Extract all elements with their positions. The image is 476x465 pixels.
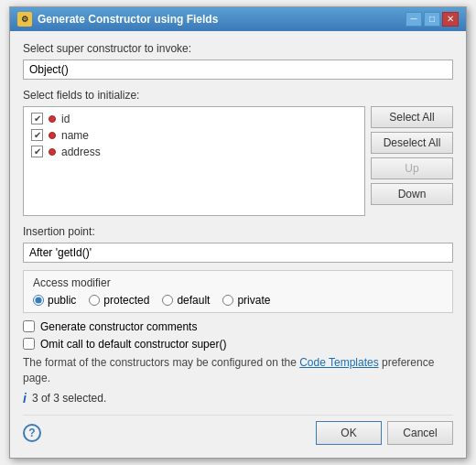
field-dot-address <box>49 148 56 156</box>
field-name-name: name <box>61 129 89 142</box>
insertion-dropdown[interactable]: After 'getId()' <box>23 243 453 263</box>
info-text-before: The format of the constructors may be co… <box>23 356 297 369</box>
omit-call-row: Omit call to default constructor super() <box>23 338 453 351</box>
status-row: i 3 of 3 selected. <box>23 391 453 406</box>
radio-label-private: private <box>237 294 270 307</box>
generate-comments-label: Generate constructor comments <box>40 320 197 333</box>
cancel-button[interactable]: Cancel <box>387 421 453 445</box>
radio-label-default: default <box>177 294 210 307</box>
status-icon: i <box>23 391 27 406</box>
radio-group: public protected default private <box>33 294 443 307</box>
field-name-id: id <box>61 113 70 125</box>
radio-input-protected[interactable] <box>89 295 100 306</box>
generate-comments-checkbox[interactable] <box>23 320 35 332</box>
field-checkbox-id[interactable]: ✔ <box>31 113 43 124</box>
omit-call-checkbox[interactable] <box>23 338 35 350</box>
field-item-name[interactable]: ✔ name <box>27 127 361 144</box>
access-modifier-title: Access modifier <box>33 276 443 289</box>
up-button[interactable]: Up <box>371 157 453 179</box>
fields-label: Select fields to initialize: <box>23 89 453 102</box>
radio-default[interactable]: default <box>162 294 210 307</box>
radio-label-protected: protected <box>103 294 149 307</box>
omit-call-label: Omit call to default constructor super() <box>40 338 226 351</box>
title-bar: ⚙ Generate Constructor using Fields ─ □ … <box>10 7 466 31</box>
dialog-icon: ⚙ <box>17 12 32 27</box>
dialog-content: Select super constructor to invoke: Obje… <box>10 31 466 459</box>
insertion-section: Insertion point: After 'getId()' <box>23 225 453 263</box>
deselect-all-button[interactable]: Deselect All <box>371 132 453 154</box>
insertion-label: Insertion point: <box>23 225 453 238</box>
status-text: 3 of 3 selected. <box>32 392 106 405</box>
access-modifier-section: Access modifier public protected default… <box>23 270 453 313</box>
field-dot-name <box>49 132 56 139</box>
radio-protected[interactable]: protected <box>89 294 149 307</box>
field-item-id[interactable]: ✔ id <box>27 111 361 127</box>
side-buttons: Select All Deselect All Up Down <box>371 106 453 216</box>
radio-public[interactable]: public <box>33 294 76 307</box>
help-button[interactable]: ? <box>23 424 41 442</box>
footer: ? OK Cancel <box>23 415 453 447</box>
fields-list: ✔ id ✔ name ✔ address <box>23 106 365 216</box>
radio-input-private[interactable] <box>222 295 233 306</box>
info-text: The format of the constructors may be co… <box>23 355 453 386</box>
radio-label-public: public <box>48 294 76 307</box>
radio-input-public[interactable] <box>33 295 44 306</box>
ok-button[interactable]: OK <box>316 421 382 445</box>
dialog: ⚙ Generate Constructor using Fields ─ □ … <box>9 6 467 460</box>
maximize-button[interactable]: □ <box>424 12 440 27</box>
field-checkbox-name[interactable]: ✔ <box>31 129 43 141</box>
super-constructor-label: Select super constructor to invoke: <box>23 42 453 55</box>
generate-comments-row: Generate constructor comments <box>23 320 453 333</box>
minimize-button[interactable]: ─ <box>406 12 422 27</box>
code-templates-link[interactable]: Code Templates <box>299 356 379 369</box>
footer-left: ? <box>23 424 41 442</box>
super-constructor-row: Object() <box>23 59 453 80</box>
field-name-address: address <box>61 146 101 158</box>
radio-private[interactable]: private <box>222 294 270 307</box>
down-button[interactable]: Down <box>371 183 453 205</box>
close-button[interactable]: ✕ <box>442 12 459 27</box>
radio-input-default[interactable] <box>162 295 173 306</box>
select-all-button[interactable]: Select All <box>371 106 453 128</box>
dialog-title: Generate Constructor using Fields <box>38 13 218 26</box>
field-dot-id <box>49 115 56 123</box>
field-item-address[interactable]: ✔ address <box>27 144 361 160</box>
footer-right: OK Cancel <box>316 421 453 445</box>
fields-section: ✔ id ✔ name ✔ address Select All Deselec… <box>23 106 453 216</box>
super-constructor-dropdown[interactable]: Object() <box>23 59 453 80</box>
field-checkbox-address[interactable]: ✔ <box>31 146 43 157</box>
